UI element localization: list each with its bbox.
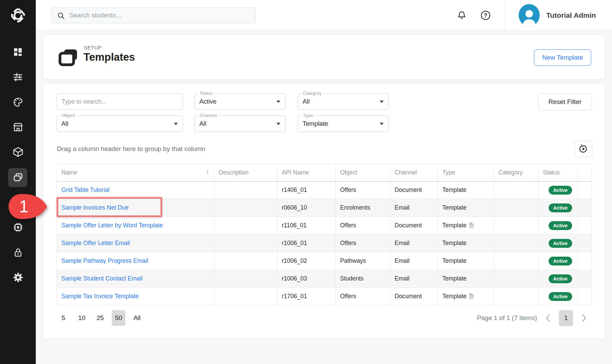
help-icon: ?: [480, 10, 491, 21]
status-badge: Active: [549, 239, 572, 248]
page-size-selector: 5 10 25 50 All: [57, 310, 144, 326]
column-header-description[interactable]: Description: [214, 164, 277, 181]
avatar[interactable]: [519, 4, 540, 26]
notifications-button[interactable]: [455, 9, 469, 22]
status-badge: Active: [549, 221, 572, 230]
group-panel-hint[interactable]: Drag a column header here to group by th…: [57, 145, 205, 153]
palette-icon: [13, 97, 24, 108]
store-icon: [13, 122, 24, 133]
template-link-sample-invoices-net-due[interactable]: Sample Invoices Net Due: [61, 204, 128, 211]
help-button[interactable]: ?: [479, 9, 492, 22]
dropdown-caret-icon: [380, 123, 384, 125]
svg-text:DOC: DOC: [470, 296, 474, 298]
sidebar: [0, 0, 36, 364]
table-row: Sample Student Contact Email r1006_03 St…: [57, 270, 592, 288]
column-header-name[interactable]: Name ↑: [57, 164, 214, 181]
status-badge: Active: [549, 186, 572, 195]
template-link[interactable]: Sample Offer Letter Email: [61, 240, 130, 246]
sidebar-item-dashboard[interactable]: [0, 42, 36, 61]
dropdown-caret-icon: [174, 123, 178, 125]
person-icon: [519, 6, 540, 26]
status-filter-value: Active: [199, 94, 216, 109]
pager: 5 10 25 50 All Page 1 of 1 (7 items) 1: [57, 310, 592, 326]
refresh-icon: [579, 144, 588, 154]
pager-summary: Page 1 of 1 (7 items): [477, 314, 537, 322]
user-name[interactable]: Tutorial Admin: [546, 0, 596, 31]
table-row: Grid Table Tutorial r1406_01 Offers Docu…: [57, 181, 592, 199]
column-header-type[interactable]: Type: [438, 164, 494, 181]
status-badge: Active: [549, 257, 572, 266]
object-filter[interactable]: Object All: [57, 116, 183, 132]
status-badge: Active: [549, 203, 572, 212]
app-logo[interactable]: [0, 0, 36, 31]
sidebar-item-appearance[interactable]: [0, 93, 36, 112]
table-row-highlighted: Sample Invoices Net Due r0606_10 Enrolme…: [57, 199, 592, 217]
page-eyebrow: SETUP: [84, 45, 102, 50]
refresh-button[interactable]: [575, 141, 592, 157]
search-input[interactable]: [51, 8, 255, 23]
column-header-object[interactable]: Object: [336, 164, 390, 181]
svg-text:?: ?: [484, 13, 487, 18]
column-header-channel[interactable]: Channel: [390, 164, 438, 181]
grid-search-filter: [57, 93, 183, 110]
lock-icon: [13, 247, 24, 258]
chevron-left-icon: [545, 314, 551, 322]
page-number-button[interactable]: 1: [559, 310, 573, 326]
template-link[interactable]: Sample Student Contact Email: [61, 275, 142, 282]
template-link[interactable]: Grid Table Tutorial: [61, 186, 110, 193]
sidebar-item-objects[interactable]: [0, 142, 36, 162]
doc-file-icon: DOC: [469, 293, 474, 299]
table-row: Sample Offer Letter Email r1006_01 Offer…: [57, 234, 592, 252]
global-search[interactable]: [51, 7, 256, 23]
templates-page-icon: [58, 48, 79, 67]
category-filter-value: All: [303, 94, 310, 109]
next-page-button[interactable]: [581, 314, 587, 322]
doc-file-icon: DOC: [469, 222, 474, 228]
templates-icon: [13, 172, 24, 183]
page-size-all[interactable]: All: [130, 310, 144, 326]
bell-icon: [457, 10, 467, 20]
page-size-25[interactable]: 25: [93, 310, 107, 326]
chip-icon: [13, 222, 24, 233]
topbar-divider: [504, 0, 505, 31]
page-size-5[interactable]: 5: [57, 310, 70, 326]
sidebar-item-customize[interactable]: [0, 67, 36, 87]
dashboard-icon: [13, 47, 23, 57]
svg-text:DOC: DOC: [470, 225, 474, 227]
sort-ascending-icon[interactable]: ↑: [206, 169, 210, 176]
template-link[interactable]: Sample Offer Letter by Word Template: [61, 222, 163, 229]
dropdown-caret-icon: [276, 123, 280, 125]
sidebar-item-store[interactable]: [0, 118, 36, 137]
page-size-10[interactable]: 10: [75, 310, 89, 326]
sidebar-item-settings[interactable]: [0, 268, 36, 287]
template-link[interactable]: Sample Pathway Progress Email: [61, 257, 148, 264]
column-header-status[interactable]: Status: [538, 164, 578, 181]
status-filter[interactable]: Status Active: [195, 93, 286, 110]
grid-header-row: Name ↑ Description API Name Object Chann…: [57, 164, 592, 181]
column-header-category[interactable]: Category: [494, 164, 538, 181]
table-row: Sample Offer Letter by Word Template r11…: [57, 217, 592, 234]
template-link[interactable]: Sample Tax Invoice Template: [61, 293, 139, 300]
table-row: Sample Tax Invoice Template r1706_01 Off…: [57, 288, 592, 305]
page-size-50-active[interactable]: 50: [112, 310, 125, 326]
page-title: Templates: [83, 51, 135, 63]
object-filter-value: All: [61, 116, 68, 132]
dropdown-caret-icon: [276, 101, 280, 103]
channel-filter-value: All: [199, 116, 206, 132]
channel-filter[interactable]: Channel All: [195, 116, 286, 132]
templates-card: Status Active Category All Reset Filter …: [43, 84, 605, 339]
status-badge: Active: [549, 292, 572, 301]
type-filter[interactable]: Type Template: [298, 116, 389, 132]
annotation-step-pin: 1: [7, 193, 50, 222]
category-filter[interactable]: Category All: [298, 93, 389, 110]
grid-search-input[interactable]: [57, 94, 183, 109]
status-badge: Active: [549, 274, 572, 283]
reset-filter-button[interactable]: Reset Filter: [538, 93, 592, 110]
sidebar-item-templates[interactable]: [0, 168, 36, 187]
previous-page-button[interactable]: [545, 314, 551, 322]
sidebar-item-security[interactable]: [0, 243, 36, 262]
new-template-button[interactable]: New Template: [534, 49, 591, 66]
column-header-api-name[interactable]: API Name: [277, 164, 336, 181]
chevron-right-icon: [581, 314, 587, 322]
dropdown-caret-icon: [380, 101, 384, 103]
